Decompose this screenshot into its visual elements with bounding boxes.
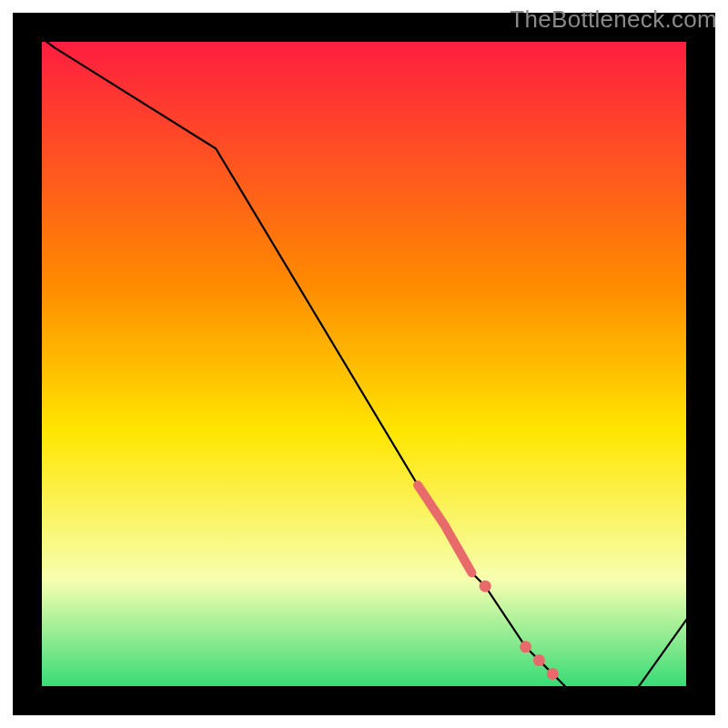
watermark-text: TheBottleneck.com: [510, 5, 717, 34]
plot-background: [27, 27, 701, 701]
marker-dot: [480, 581, 491, 592]
marker-dot: [520, 641, 531, 652]
marker-dot: [533, 654, 545, 666]
chart-svg: [0, 0, 728, 728]
bottleneck-chart: TheBottleneck.com: [0, 0, 728, 728]
marker-dot: [547, 668, 559, 680]
